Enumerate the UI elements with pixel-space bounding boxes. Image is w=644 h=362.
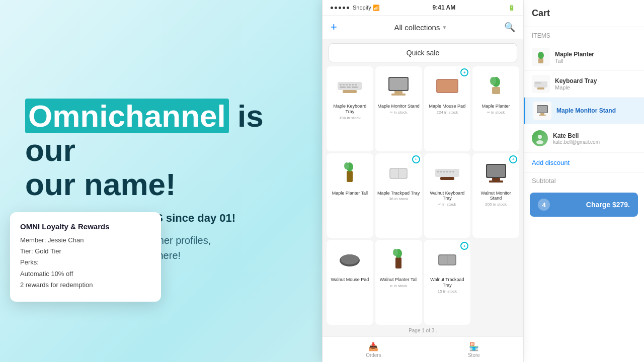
customer-section[interactable]: Kate Bell kate.bell@gmail.com (524, 124, 644, 153)
cart-item-image (532, 48, 550, 66)
status-dots: Shopify 📶 (331, 5, 380, 11)
svg-rect-6 (355, 84, 357, 85)
loyalty-perk1: Automatic 10% off (20, 269, 151, 279)
cart-item-info: Maple Planter Tall (555, 51, 636, 64)
product-image (432, 70, 462, 101)
product-grid: Maple Keyboard Tray 194 in stock Maple M… (323, 66, 523, 325)
svg-rect-14 (391, 94, 406, 96)
cart-item-maple-monitor-stand[interactable]: Maple Monitor Stand (524, 98, 644, 124)
svg-rect-29 (443, 171, 445, 172)
right-panel: Shopify 📶 9:41 AM 🔋 + All collections ▼ … (322, 0, 644, 362)
svg-rect-46 (538, 58, 543, 63)
product-name: Maple Planter Tall (329, 191, 371, 196)
product-name: Walnut Trackpad Tray (426, 277, 469, 288)
cart-item-sub: Tall (555, 58, 636, 64)
headline-line2: our name! (25, 167, 176, 202)
loyalty-member: Member: Jessie Chan (20, 236, 151, 245)
charge-button[interactable]: 4 Charge $279. (530, 193, 638, 217)
product-image (383, 157, 414, 188)
quick-sale-button[interactable]: Quick sale (329, 43, 517, 62)
add-discount-button[interactable]: Add discount (524, 153, 644, 173)
cart-item-name: Maple Monitor Stand (556, 107, 636, 114)
product-walnut-mouse-pad-placeholder[interactable]: Walnut Mouse Pad (327, 240, 373, 325)
collection-label: All collections (394, 23, 440, 32)
svg-rect-8 (347, 86, 351, 88)
cart-item-info: Keyboard Tray Maple (555, 77, 636, 90)
customer-info: Kate Bell kate.bell@gmail.com (553, 132, 636, 145)
product-maple-planter[interactable]: Maple Planter ∞ in stock (472, 66, 519, 151)
product-image (383, 70, 414, 101)
status-time: 9:41 AM (433, 4, 456, 11)
product-maple-planter-tall[interactable]: Maple Planter Tall (327, 153, 373, 238)
svg-rect-9 (352, 86, 358, 88)
svg-rect-3 (346, 84, 348, 85)
nav-collection-title[interactable]: All collections ▼ (394, 23, 447, 32)
product-stock: 194 in stock (329, 116, 371, 120)
svg-rect-32 (452, 171, 454, 172)
loyalty-title: OMNI Loyalty & Rewards (20, 222, 151, 231)
add-to-cart-badge[interactable]: + (509, 155, 517, 163)
cart-item-sub: Maple (555, 84, 636, 90)
add-to-cart-badge[interactable]: + (460, 242, 468, 250)
svg-rect-52 (537, 87, 544, 89)
product-maple-mouse-pad[interactable]: + Maple Mouse Pad 224 in stock (424, 66, 471, 151)
customer-email: kate.bell@gmail.com (553, 139, 636, 145)
product-maple-keyboard-tray[interactable]: Maple Keyboard Tray 194 in stock (327, 66, 373, 151)
product-stock: ∞ in stock (474, 110, 517, 115)
cart-title: Cart (524, 0, 644, 27)
svg-rect-0 (338, 82, 362, 90)
svg-point-22 (344, 162, 349, 169)
store-tab[interactable]: 🏪 Store (468, 342, 480, 358)
product-stock: 36 in stock (377, 197, 420, 201)
svg-rect-40 (395, 257, 401, 268)
svg-rect-17 (492, 87, 500, 94)
product-image (335, 244, 365, 274)
add-to-cart-badge[interactable]: + (460, 68, 468, 76)
headline-highlight: Omnichannel (25, 99, 229, 133)
svg-rect-54 (537, 106, 547, 113)
product-name: Walnut Keyboard Tray (426, 191, 469, 202)
battery-indicator: 🔋 (508, 5, 515, 11)
cart-panel: Cart Items Maple Planter Tall (523, 0, 644, 362)
customer-avatar (532, 130, 548, 146)
svg-rect-2 (343, 84, 345, 85)
product-stock: 15 in stock (426, 289, 469, 294)
svg-rect-31 (449, 171, 451, 172)
product-walnut-trackpad-tray[interactable]: + Walnut Trackpad Tray 15 in stock (424, 240, 471, 325)
cart-item-keyboard-tray[interactable]: Keyboard Tray Maple (524, 71, 644, 98)
page-indicator: Page 1 of 3 . (323, 325, 523, 336)
orders-icon: 📥 (368, 342, 378, 351)
svg-rect-33 (440, 177, 454, 180)
svg-rect-35 (487, 165, 505, 177)
search-icon[interactable]: 🔍 (504, 22, 515, 33)
svg-rect-27 (437, 171, 439, 172)
product-image (481, 157, 511, 188)
product-walnut-keyboard-tray[interactable]: Walnut Keyboard Tray ∞ in stock (424, 153, 471, 238)
svg-rect-20 (347, 171, 353, 182)
product-walnut-planter-tall[interactable]: Walnut Planter Tall ∞ in stock (375, 240, 422, 325)
charge-amount: Charge $279. (586, 201, 630, 209)
svg-point-57 (538, 135, 542, 139)
store-label: Store (468, 352, 480, 358)
svg-rect-16 (437, 80, 457, 92)
product-image (335, 70, 365, 101)
main-headline: Omnichannel is our our name! (25, 99, 277, 202)
cart-item-name: Maple Planter (555, 51, 636, 58)
subtotal-label: Subtotal (524, 173, 644, 189)
svg-point-42 (393, 249, 398, 256)
product-maple-trackpad-tray[interactable]: + Maple Trackpad Tray 36 in stock (375, 153, 422, 238)
product-walnut-monitor-stand[interactable]: + Walnut Monitor Stand 200 in stock (472, 153, 519, 238)
product-stock: 224 in stock (426, 110, 469, 115)
cart-item-info: Maple Monitor Stand (556, 107, 636, 114)
cart-item-maple-planter[interactable]: Maple Planter Tall (524, 44, 644, 71)
product-image (383, 244, 414, 274)
nav-add-button[interactable]: + (331, 21, 337, 34)
product-maple-monitor-stand[interactable]: Maple Monitor Stand ∞ in stock (375, 66, 422, 151)
svg-point-58 (536, 140, 543, 144)
add-to-cart-badge[interactable]: + (412, 155, 420, 163)
orders-tab[interactable]: 📥 Orders (366, 342, 381, 358)
svg-rect-28 (440, 171, 442, 172)
svg-rect-56 (539, 115, 546, 116)
product-name: Walnut Monitor Stand (474, 191, 517, 202)
product-stock: ∞ in stock (426, 202, 469, 207)
